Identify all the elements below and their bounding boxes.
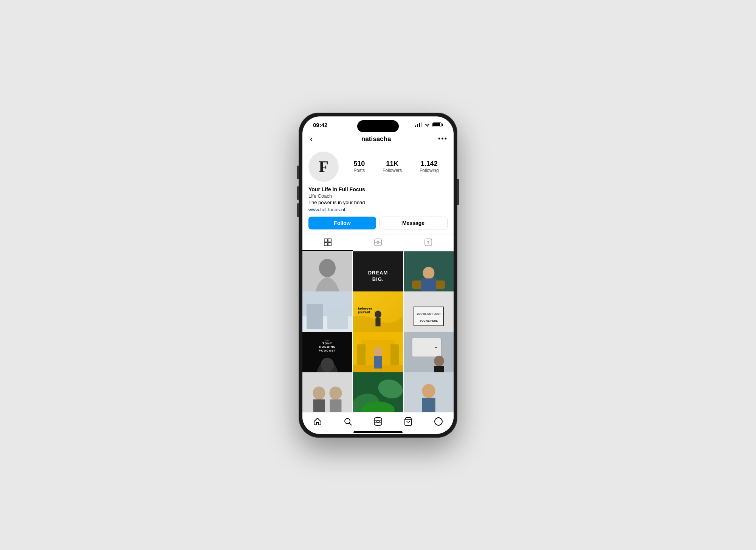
svg-rect-1 bbox=[328, 239, 331, 242]
action-buttons: Follow Message bbox=[308, 217, 448, 229]
reels-nav-icon bbox=[373, 417, 383, 426]
svg-point-48 bbox=[345, 418, 350, 424]
grid-icon bbox=[324, 238, 332, 246]
status-icons bbox=[415, 122, 443, 127]
profile-link[interactable]: www.full-focus.nl bbox=[308, 207, 345, 212]
svg-rect-36 bbox=[302, 372, 352, 412]
svg-rect-3 bbox=[328, 242, 331, 245]
svg-rect-15 bbox=[421, 278, 436, 291]
svg-point-37 bbox=[313, 386, 325, 400]
tagged-icon bbox=[424, 238, 432, 246]
posts-count: 510 bbox=[353, 160, 365, 168]
profile-role: Life Coach bbox=[308, 193, 448, 199]
profile-nav-icon bbox=[434, 417, 443, 426]
svg-point-55 bbox=[435, 418, 442, 425]
status-time: 09:42 bbox=[313, 122, 327, 128]
svg-rect-40 bbox=[330, 399, 342, 412]
followers-label: Followers bbox=[383, 168, 402, 173]
username-label: natisacha bbox=[361, 135, 391, 143]
followers-count: 11K bbox=[386, 160, 398, 168]
reels-nav-item[interactable] bbox=[369, 415, 387, 428]
photo-grid: DREAMBIG. bbox=[302, 251, 454, 412]
svg-point-23 bbox=[321, 358, 334, 372]
phone-frame: 09:42 ‹ natisacha ••• bbox=[299, 113, 457, 438]
svg-rect-18 bbox=[307, 304, 323, 329]
profile-nav-item[interactable] bbox=[429, 415, 448, 428]
tagged-tab[interactable] bbox=[403, 234, 454, 251]
grid-tab[interactable] bbox=[302, 234, 353, 251]
home-nav-item[interactable] bbox=[308, 415, 327, 428]
profile-section: F 510 Posts 11K Followers 1.142 Followin… bbox=[302, 149, 454, 234]
avatar: F bbox=[308, 152, 339, 182]
svg-rect-30 bbox=[390, 344, 399, 365]
message-button[interactable]: Message bbox=[379, 217, 448, 229]
grid-item[interactable] bbox=[353, 372, 403, 412]
back-button[interactable]: ‹ bbox=[308, 133, 314, 146]
shop-nav-item[interactable] bbox=[399, 415, 417, 428]
search-icon bbox=[343, 417, 352, 426]
following-label: Following bbox=[420, 168, 439, 173]
svg-point-33 bbox=[434, 356, 444, 367]
svg-point-46 bbox=[422, 384, 435, 398]
home-indicator bbox=[353, 431, 403, 433]
svg-rect-21 bbox=[375, 318, 380, 327]
grid-item[interactable] bbox=[404, 372, 454, 412]
profile-top: F 510 Posts 11K Followers 1.142 Followin… bbox=[308, 152, 448, 182]
profile-header: ‹ natisacha ••• bbox=[302, 131, 454, 149]
home-icon bbox=[313, 417, 322, 426]
svg-rect-29 bbox=[357, 344, 366, 365]
svg-rect-47 bbox=[422, 398, 435, 412]
phone-screen: 09:42 ‹ natisacha ••• bbox=[302, 116, 454, 434]
svg-rect-50 bbox=[374, 418, 382, 425]
shop-icon bbox=[404, 417, 413, 426]
content-tabs bbox=[302, 234, 454, 251]
search-nav-item[interactable] bbox=[339, 415, 357, 428]
profile-bio: The power is in your head bbox=[308, 200, 448, 205]
grid-item[interactable] bbox=[302, 372, 352, 412]
battery-icon bbox=[432, 122, 443, 127]
svg-rect-38 bbox=[313, 399, 325, 412]
stats-row: 510 Posts 11K Followers 1.142 Following bbox=[345, 160, 448, 173]
svg-rect-19 bbox=[327, 308, 348, 329]
svg-rect-0 bbox=[324, 239, 327, 242]
wifi-icon bbox=[424, 122, 430, 127]
status-bar: 09:42 bbox=[302, 116, 454, 131]
avatar-letter: F bbox=[319, 158, 328, 176]
reels-icon bbox=[374, 238, 382, 246]
svg-point-27 bbox=[374, 347, 382, 356]
svg-point-20 bbox=[375, 311, 381, 318]
svg-line-49 bbox=[350, 423, 352, 425]
bottom-nav bbox=[302, 412, 454, 429]
followers-stat[interactable]: 11K Followers bbox=[383, 160, 402, 173]
svg-rect-28 bbox=[374, 356, 382, 369]
posts-label: Posts bbox=[353, 168, 365, 173]
profile-name: Your Life in Full Focus bbox=[308, 186, 448, 192]
signal-icon bbox=[415, 122, 422, 127]
following-count: 1.142 bbox=[421, 160, 438, 168]
follow-button[interactable]: Follow bbox=[308, 217, 376, 229]
svg-point-51 bbox=[377, 420, 380, 423]
following-stat[interactable]: 1.142 Following bbox=[420, 160, 439, 173]
svg-point-14 bbox=[423, 266, 435, 279]
dynamic-island bbox=[357, 120, 399, 132]
svg-point-39 bbox=[330, 386, 342, 400]
svg-point-11 bbox=[319, 259, 336, 277]
posts-stat: 510 Posts bbox=[353, 160, 365, 173]
reels-tab[interactable] bbox=[353, 234, 403, 251]
more-button[interactable]: ••• bbox=[438, 135, 448, 143]
svg-rect-2 bbox=[324, 242, 327, 245]
